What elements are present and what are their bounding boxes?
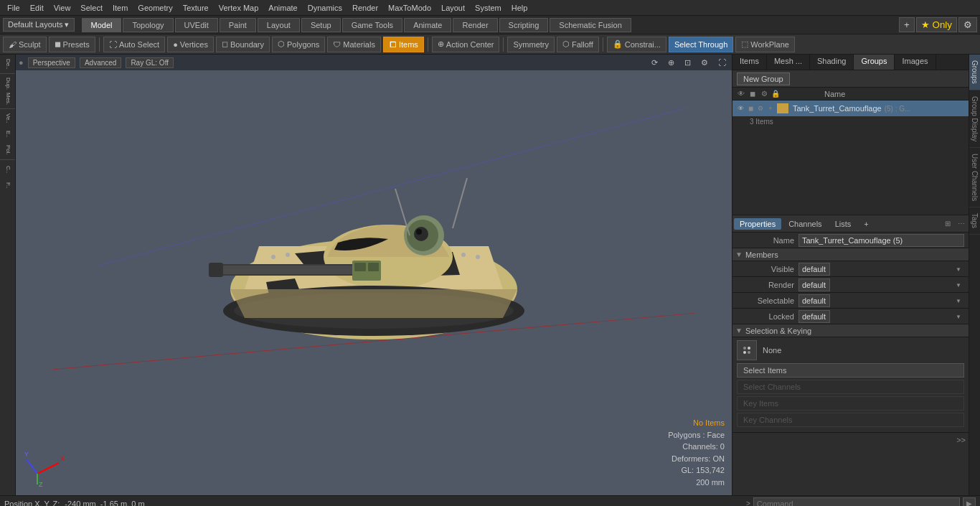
advanced-button[interactable]: Advanced bbox=[80, 57, 121, 68]
star-button[interactable]: ★ Only bbox=[916, 17, 957, 32]
vp-zoom-icon[interactable]: ⊕ bbox=[665, 57, 677, 68]
falloff-button[interactable]: ⬡ Falloff bbox=[557, 37, 599, 52]
layout-dropdown[interactable]: Default Layouts ▾ bbox=[3, 18, 75, 32]
menu-texture[interactable]: Texture bbox=[179, 2, 213, 14]
prop-more-icon[interactable]: ⋯ bbox=[956, 218, 967, 230]
prop-tab-channels[interactable]: Channels bbox=[783, 218, 827, 230]
menu-layout[interactable]: Layout bbox=[437, 2, 469, 14]
prop-tab-properties[interactable]: Properties bbox=[734, 218, 781, 230]
group-eye-icon[interactable]: 👁 bbox=[735, 103, 745, 113]
menu-select[interactable]: Select bbox=[76, 2, 107, 14]
locked-select[interactable]: default bbox=[798, 310, 830, 323]
left-tool-mes[interactable]: Mes. bbox=[0, 91, 16, 107]
new-group-button[interactable]: New Group bbox=[737, 72, 790, 85]
tab-images[interactable]: Images bbox=[895, 55, 936, 70]
left-tool-e[interactable]: E.. bbox=[0, 126, 16, 142]
name-input[interactable] bbox=[798, 234, 964, 247]
tab-gametools[interactable]: Game Tools bbox=[342, 18, 403, 32]
ray-gl-button[interactable]: Ray GL: Off bbox=[126, 57, 174, 68]
left-tool-f[interactable]: F.. bbox=[0, 177, 16, 193]
group-add-icon[interactable]: + bbox=[765, 103, 776, 113]
settings-button[interactable]: ⚙ bbox=[958, 17, 977, 32]
menu-render[interactable]: Render bbox=[348, 2, 382, 14]
vp-toggle[interactable]: ● bbox=[19, 58, 24, 67]
items-button[interactable]: ⧠ Items bbox=[383, 37, 424, 52]
menu-view[interactable]: View bbox=[50, 2, 75, 14]
tab-setup[interactable]: Setup bbox=[301, 18, 341, 32]
materials-button[interactable]: 🛡 Materials bbox=[327, 37, 381, 52]
vp-expand-icon[interactable]: ⛶ bbox=[715, 57, 729, 67]
action-center-button[interactable]: ⊕ Action Center bbox=[432, 37, 500, 52]
group-settings-icon[interactable]: ⚙ bbox=[755, 103, 765, 113]
select-channels-button[interactable]: Select Channels bbox=[737, 380, 964, 394]
settings-col-icon[interactable]: ⚙ bbox=[758, 88, 770, 100]
left-tool-de[interactable]: De.. bbox=[0, 56, 16, 72]
lock-col-icon[interactable]: 🔒 bbox=[770, 88, 781, 100]
menu-geometry[interactable]: Geometry bbox=[133, 2, 176, 14]
prop-tab-lists[interactable]: Lists bbox=[829, 218, 857, 230]
vp-settings-icon[interactable]: ⚙ bbox=[698, 57, 711, 68]
vtab-user-channels[interactable]: User Channels bbox=[969, 148, 980, 207]
selectable-select[interactable]: default bbox=[798, 294, 830, 307]
command-input[interactable] bbox=[753, 497, 960, 507]
vtab-tags[interactable]: Tags bbox=[969, 207, 980, 235]
vertices-button[interactable]: ● Vertices bbox=[167, 37, 214, 52]
select-items-button[interactable]: Select Items bbox=[737, 363, 964, 378]
perspective-button[interactable]: Perspective bbox=[28, 57, 75, 68]
tab-scripting[interactable]: Scripting bbox=[499, 18, 549, 32]
polygons-button[interactable]: ⬡ Polygons bbox=[272, 37, 325, 52]
render-select[interactable]: default bbox=[798, 278, 830, 291]
eye-col-icon[interactable]: 👁 bbox=[735, 88, 747, 100]
group-row-tank[interactable]: 👁 ◼ ⚙ + Tank_Turret_Camouflage (5) : G..… bbox=[732, 100, 969, 116]
selection-keying-header[interactable]: ▼ Selection & Keying bbox=[732, 324, 969, 337]
tab-schematic[interactable]: Schematic Fusion bbox=[550, 18, 631, 32]
left-tool-du[interactable]: Dup. bbox=[0, 75, 16, 91]
group-render-icon[interactable]: ◼ bbox=[745, 103, 755, 113]
menu-dynamics[interactable]: Dynamics bbox=[303, 2, 347, 14]
prop-expand-icon[interactable]: ⊞ bbox=[942, 218, 953, 230]
tab-shading[interactable]: Shading bbox=[810, 55, 854, 70]
vtab-groups[interactable]: Groups bbox=[969, 55, 980, 90]
menu-vertexmap[interactable]: Vertex Map bbox=[215, 2, 263, 14]
presets-button[interactable]: ◼ Presets bbox=[49, 37, 95, 52]
vp-rotate-icon[interactable]: ⟳ bbox=[649, 57, 661, 68]
tab-groups[interactable]: Groups bbox=[854, 55, 895, 70]
select-through-button[interactable]: Select Through bbox=[669, 37, 733, 52]
viewport[interactable]: ● Perspective Advanced Ray GL: Off ⟳ ⊕ ⊡… bbox=[16, 55, 732, 495]
workplane-button[interactable]: ⬚ WorkPlane bbox=[735, 37, 795, 52]
cmd-run-button[interactable]: ▶ bbox=[963, 497, 976, 507]
tab-render[interactable]: Render bbox=[453, 18, 497, 32]
constraints-button[interactable]: 🔒 Constrai... bbox=[607, 37, 666, 52]
add-layout-button[interactable]: + bbox=[899, 17, 915, 32]
prop-tab-add[interactable]: + bbox=[858, 218, 874, 230]
auto-select-button[interactable]: ⛶ Auto Select bbox=[103, 37, 165, 52]
members-section-header[interactable]: ▼ Members bbox=[732, 248, 969, 261]
left-tool-pol[interactable]: Pol. bbox=[0, 142, 16, 158]
expand-arrow-button[interactable]: >> bbox=[956, 436, 966, 444]
tab-uvedit[interactable]: UVEdit bbox=[175, 18, 218, 32]
sculpt-button[interactable]: 🖌 Sculpt bbox=[3, 37, 47, 52]
menu-maxtomodo[interactable]: MaxToModo bbox=[384, 2, 435, 14]
menu-file[interactable]: File bbox=[3, 2, 24, 14]
render-col-icon[interactable]: ◼ bbox=[747, 88, 758, 100]
key-channels-button[interactable]: Key Channels bbox=[737, 413, 964, 427]
tab-paint[interactable]: Paint bbox=[220, 18, 256, 32]
tab-layout[interactable]: Layout bbox=[258, 18, 300, 32]
tab-items[interactable]: Items bbox=[732, 55, 767, 70]
vp-fit-icon[interactable]: ⊡ bbox=[682, 57, 694, 68]
vtab-group-display[interactable]: Group Display bbox=[969, 90, 980, 148]
key-items-button[interactable]: Key Items bbox=[737, 396, 964, 411]
menu-system[interactable]: System bbox=[471, 2, 506, 14]
menu-animate[interactable]: Animate bbox=[264, 2, 301, 14]
visible-select[interactable]: default bbox=[798, 263, 830, 276]
menu-item[interactable]: Item bbox=[108, 2, 132, 14]
menu-edit[interactable]: Edit bbox=[26, 2, 48, 14]
tab-topology[interactable]: Topology bbox=[123, 18, 173, 32]
tab-model[interactable]: Model bbox=[82, 18, 122, 32]
tab-animate[interactable]: Animate bbox=[404, 18, 451, 32]
menu-help[interactable]: Help bbox=[507, 2, 532, 14]
left-tool-c[interactable]: C.. bbox=[0, 161, 16, 177]
left-tool-ve[interactable]: Ve.. bbox=[0, 111, 16, 126]
tab-mesh[interactable]: Mesh ... bbox=[767, 55, 810, 70]
boundary-button[interactable]: ◻ Boundary bbox=[216, 37, 270, 52]
